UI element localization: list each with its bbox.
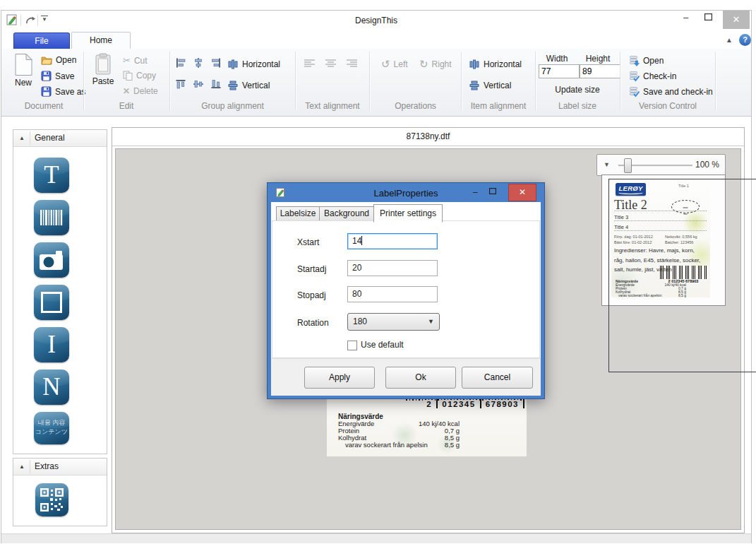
cjk-content-tool[interactable]: 내용 內容 コンテンツ	[34, 412, 69, 444]
item-vertical-icon	[469, 80, 480, 91]
vc-open-button[interactable]: Open	[628, 55, 664, 66]
startadj-input[interactable]: 20	[347, 260, 438, 276]
rotate-left-button[interactable]: ↺ Left	[381, 58, 408, 71]
dialog-footer: Apply Ok Cancel	[271, 358, 541, 396]
text-align-right-icon[interactable]	[346, 59, 358, 69]
help-button[interactable]: ?	[739, 34, 751, 46]
new-label: New	[10, 78, 37, 88]
zoom-dropdown-icon[interactable]: ▼	[604, 161, 610, 168]
update-size-button[interactable]: Update size	[536, 85, 618, 95]
delete-button[interactable]: ✕ Delete	[123, 86, 158, 96]
group-align-horizontal-label: Horizontal	[242, 59, 280, 69]
apply-button[interactable]: Apply	[304, 367, 375, 389]
group-align-vertical-button[interactable]: Vertical	[227, 80, 270, 91]
save-as-floppy-icon	[41, 86, 52, 97]
dialog-minimize-button[interactable]: –	[473, 187, 478, 197]
item-align-vertical-button[interactable]: Vertical	[469, 80, 511, 91]
cut-label: Cut	[134, 56, 148, 66]
document-tab[interactable]: 87138ny.dtf	[112, 128, 744, 146]
group-label-version-control: Version Control	[621, 101, 714, 111]
copy-label: Copy	[136, 71, 156, 81]
header-divider	[30, 131, 30, 145]
delete-x-icon: ✕	[123, 86, 130, 96]
align-bottom-icon[interactable]	[210, 78, 222, 90]
close-button[interactable]: ✕	[723, 11, 750, 29]
collapse-extras-icon[interactable]: ▲	[17, 462, 27, 471]
save-as-button[interactable]: Save as	[41, 86, 85, 97]
rotate-right-label: Right	[432, 59, 452, 69]
paste-button[interactable]: Paste	[89, 53, 117, 86]
dialog-title: LabelProperties	[268, 188, 544, 199]
vc-open-icon	[628, 55, 640, 66]
label-properties-dialog: LabelProperties – ✕ Labelsize Background…	[267, 182, 545, 399]
open-button[interactable]: Open	[41, 55, 76, 65]
new-button[interactable]: New	[10, 53, 37, 88]
ok-button[interactable]: Ok	[385, 367, 456, 389]
align-center-icon[interactable]	[193, 57, 204, 69]
rectangle-tool[interactable]	[34, 285, 69, 320]
cancel-button[interactable]: Cancel	[462, 367, 533, 389]
tab-file[interactable]: File	[13, 32, 70, 49]
paste-label: Paste	[89, 76, 117, 86]
cut-scissors-icon: ✂	[123, 55, 131, 66]
align-right-icon[interactable]	[210, 57, 222, 69]
image-tool[interactable]	[34, 242, 69, 278]
text-align-left-icon[interactable]	[304, 59, 316, 69]
height-input[interactable]	[580, 64, 620, 78]
group-align-horizontal-button[interactable]: Horizontal	[227, 59, 280, 70]
tab-home[interactable]: Home	[71, 32, 131, 50]
group-label-item-alignment: Item alignment	[462, 101, 534, 111]
use-default-checkbox[interactable]	[347, 341, 357, 350]
tab-labelsize[interactable]: Labelsize	[276, 206, 320, 222]
text-align-center-icon[interactable]	[325, 59, 337, 69]
vc-save-check-in-button[interactable]: Save and check-in	[628, 86, 713, 97]
text-caret	[361, 236, 362, 245]
qr-code-tool[interactable]	[35, 483, 68, 516]
copy-button[interactable]: Copy	[123, 71, 156, 81]
zoom-slider-thumb[interactable]	[624, 158, 632, 173]
tab-printer-settings[interactable]: Printer settings	[373, 204, 443, 223]
vc-open-label: Open	[643, 56, 664, 66]
n-text-icon: N	[34, 373, 69, 401]
toolbox-general-header: ▲ General	[13, 130, 107, 147]
vc-check-in-button[interactable]: Check-in	[628, 71, 676, 82]
barcode-tool[interactable]	[34, 200, 69, 235]
italic-text-tool[interactable]: I	[34, 327, 69, 362]
qr-code-icon	[40, 488, 64, 512]
dialog-close-button[interactable]: ✕	[508, 184, 536, 201]
tab-background[interactable]: Background	[319, 206, 374, 222]
collapse-ribbon-icon[interactable]: ▲	[726, 36, 733, 44]
align-left-icon[interactable]	[175, 57, 186, 69]
image-camera-icon	[40, 250, 64, 271]
item-align-horizontal-button[interactable]: Horizontal	[469, 59, 522, 70]
ribbon-tab-row: File Home	[1, 32, 751, 49]
distribute-vertical-icon	[227, 80, 239, 91]
header-divider	[30, 460, 30, 473]
width-label: Width	[539, 54, 575, 64]
collapse-general-icon[interactable]: ▲	[17, 134, 27, 143]
group-separator	[715, 52, 716, 111]
vc-check-in-icon	[628, 71, 640, 82]
stopadj-input[interactable]: 80	[347, 286, 438, 302]
minimize-button[interactable]: –	[683, 12, 688, 23]
toolbox-extras-header: ▲ Extras	[13, 459, 107, 475]
open-label: Open	[56, 55, 76, 65]
save-button[interactable]: Save	[41, 71, 74, 81]
toolbox-extras-title: Extras	[35, 461, 59, 471]
width-input[interactable]	[539, 64, 580, 78]
rotate-left-label: Left	[394, 59, 408, 69]
text-tool[interactable]: T	[34, 158, 69, 193]
align-middle-icon[interactable]	[193, 78, 204, 90]
maximize-button[interactable]	[704, 13, 712, 20]
rotate-right-button[interactable]: ↻ Right	[419, 58, 452, 71]
rotation-select[interactable]: 180▼	[347, 313, 440, 331]
rotate-right-icon: ↻	[419, 58, 428, 71]
text-icon: T	[34, 161, 69, 189]
item-horizontal-icon	[469, 59, 480, 70]
align-top-icon[interactable]	[175, 78, 186, 90]
dialog-maximize-button[interactable]	[489, 188, 496, 194]
n-text-tool[interactable]: N	[34, 369, 69, 405]
xstart-input[interactable]: 14	[347, 233, 438, 249]
cut-button[interactable]: ✂ Cut	[123, 55, 148, 66]
use-default-label: Use default	[361, 340, 404, 350]
